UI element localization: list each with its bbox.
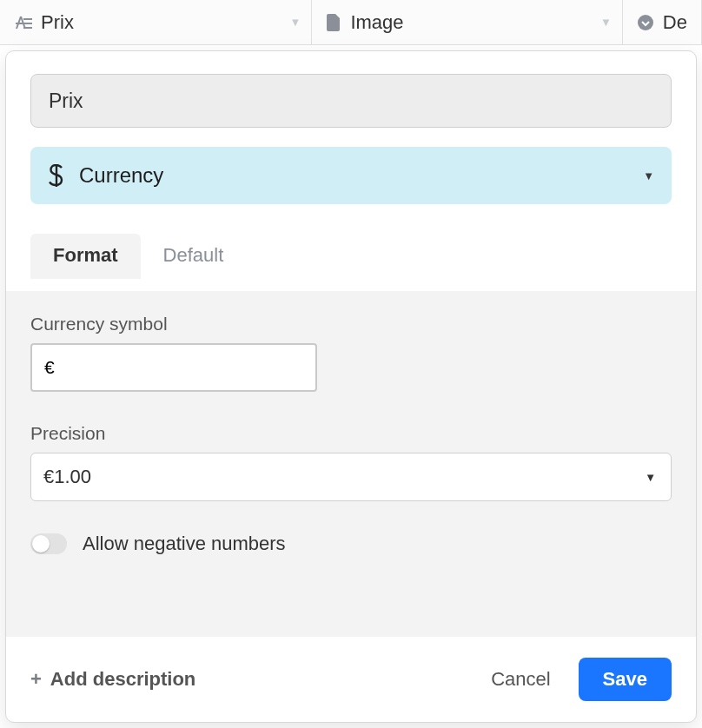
select-circle-icon: [637, 14, 654, 31]
field-type-select[interactable]: Currency ▼: [30, 147, 672, 204]
currency-symbol-label: Currency symbol: [30, 314, 672, 334]
save-button[interactable]: Save: [579, 658, 672, 701]
tab-default[interactable]: Default: [141, 234, 247, 279]
allow-negative-label: Allow negative numbers: [83, 533, 286, 555]
allow-negative-toggle[interactable]: [30, 533, 67, 554]
field-editor-popover: Currency ▼ Format Default Currency symbo…: [5, 50, 697, 723]
precision-select[interactable]: €1.00: [30, 453, 672, 501]
field-editor-tabs: Format Default: [30, 234, 672, 279]
rich-text-icon: [14, 15, 32, 30]
currency-symbol-input[interactable]: [30, 343, 317, 392]
column-header-prix[interactable]: Prix ▼: [0, 0, 312, 44]
field-name-input[interactable]: [30, 74, 672, 128]
tab-format[interactable]: Format: [30, 234, 141, 279]
file-icon: [326, 14, 341, 31]
field-type-label: Currency: [79, 163, 163, 188]
cancel-button[interactable]: Cancel: [474, 659, 567, 699]
currency-icon: [48, 164, 67, 187]
column-header-de[interactable]: De: [623, 0, 702, 44]
plus-icon: +: [30, 668, 42, 691]
precision-label: Precision: [30, 423, 672, 444]
add-description-button[interactable]: + Add description: [30, 668, 195, 691]
field-editor-footer: + Add description Cancel Save: [6, 637, 696, 722]
column-header-dropdown-icon[interactable]: ▼: [600, 16, 612, 29]
precision-value: €1.00: [43, 466, 91, 488]
add-description-label: Add description: [50, 668, 195, 691]
chevron-down-icon: ▼: [643, 169, 654, 182]
svg-point-4: [638, 15, 653, 30]
column-header-label: De: [663, 11, 687, 34]
column-header-dropdown-icon[interactable]: ▼: [290, 16, 301, 29]
column-header-row: Prix ▼ Image ▼ De: [0, 0, 702, 45]
format-pane: Currency symbol Precision €1.00 ▼ Allow …: [6, 291, 696, 637]
column-header-label: Prix: [41, 11, 74, 34]
column-header-label: Image: [350, 11, 403, 34]
column-header-image[interactable]: Image ▼: [312, 0, 622, 44]
